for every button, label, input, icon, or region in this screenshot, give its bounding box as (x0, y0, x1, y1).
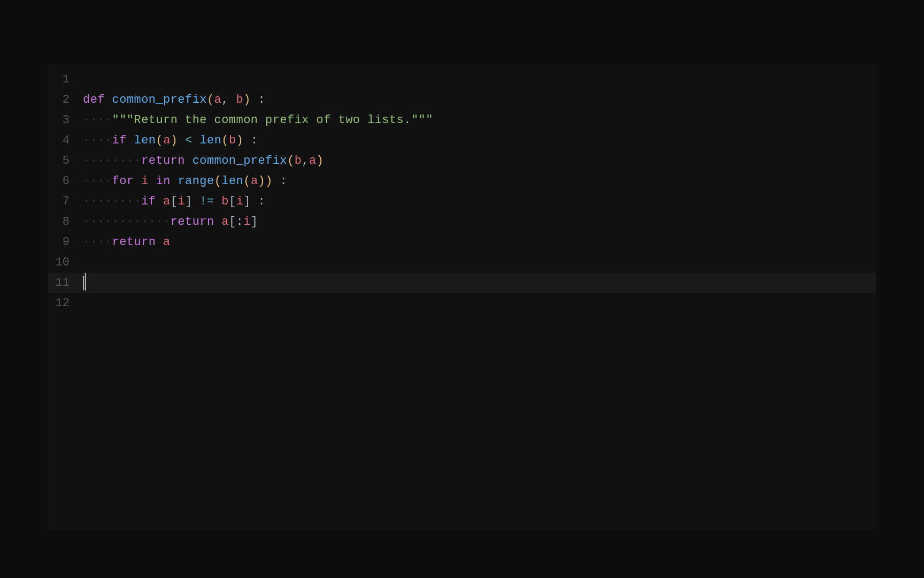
docstring: """Return the common prefix of two lists… (112, 110, 433, 131)
line-number-11: 11 (48, 273, 80, 293)
line-number-7: 7 (48, 192, 80, 212)
code-line-9: 9 ···· return a (48, 232, 876, 253)
code-line-1: 1 (48, 70, 876, 90)
code-line-12: 12 (48, 293, 876, 314)
code-line-7: 7 ········ if a [ i ] != b [ i ] : (48, 192, 876, 212)
line-content-2: def common_prefix ( a , b ) : (80, 90, 876, 110)
line-content-11: ▏ (80, 273, 876, 293)
keyword-def: def (83, 90, 105, 110)
text-cursor (83, 276, 84, 290)
cursor-caret: ▏ (85, 273, 94, 293)
code-line-5: 5 ········ return common_prefix ( b , a … (48, 151, 876, 171)
line-number-1: 1 (48, 70, 80, 90)
line-number-8: 8 (48, 212, 80, 232)
code-line-11: 11 ▏ (48, 273, 876, 293)
line-content-8: ············ return a [: i ] (80, 212, 876, 232)
line-number-2: 2 (48, 90, 80, 110)
line-number-9: 9 (48, 232, 80, 253)
line-number-6: 6 (48, 171, 80, 192)
code-line-8: 8 ············ return a [: i ] (48, 212, 876, 232)
line-number-3: 3 (48, 110, 80, 131)
line-number-5: 5 (48, 151, 80, 171)
function-name: common_prefix (112, 90, 207, 110)
line-content-3: ···· """Return the common prefix of two … (80, 110, 876, 131)
line-number-4: 4 (48, 131, 80, 151)
code-line-10: 10 (48, 253, 876, 273)
line-content-6: ···· for i in range ( len ( a )) : (80, 171, 876, 192)
code-line-2: 2 def common_prefix ( a , b ) : (48, 90, 876, 110)
code-line-3: 3 ···· """Return the common prefix of tw… (48, 110, 876, 131)
code-editor[interactable]: 1 2 def common_prefix ( a , b ) : 3 ···· (48, 64, 876, 530)
line-content-9: ···· return a (80, 232, 876, 253)
line-content-7: ········ if a [ i ] != b [ i ] : (80, 192, 876, 212)
code-line-4: 4 ···· if len ( a ) < len ( b ) : (48, 131, 876, 151)
code-line-6: 6 ···· for i in range ( len ( a )) : (48, 171, 876, 192)
line-number-10: 10 (48, 253, 80, 273)
line-content-4: ···· if len ( a ) < len ( b ) : (80, 131, 876, 151)
line-content-5: ········ return common_prefix ( b , a ) (80, 151, 876, 171)
code-lines: 1 2 def common_prefix ( a , b ) : 3 ···· (48, 64, 876, 319)
line-number-12: 12 (48, 293, 80, 314)
